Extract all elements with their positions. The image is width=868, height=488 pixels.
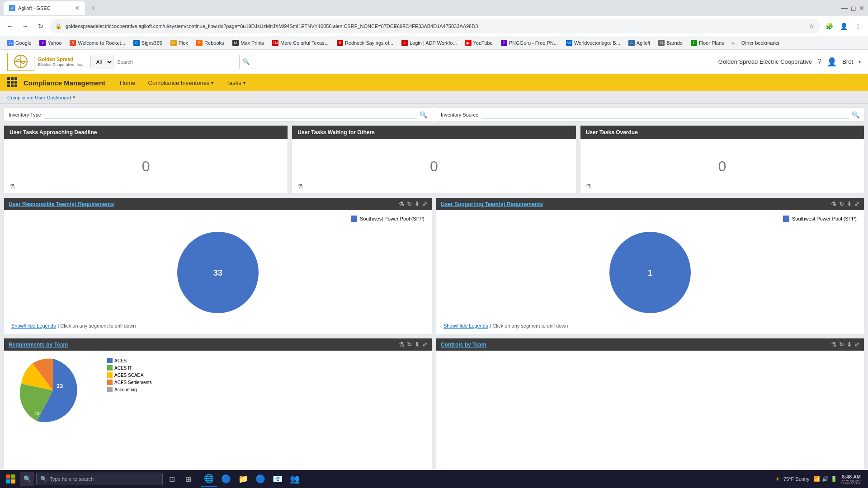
- taskbar-task-view-button[interactable]: ⊡: [165, 472, 179, 486]
- nav-compliance-inventories[interactable]: Compliance Inventories ▾: [143, 78, 219, 88]
- close-button[interactable]: ✕: [859, 5, 864, 12]
- bookmark-barndo[interactable]: B Barndo: [655, 39, 686, 47]
- bookmark-rocket[interactable]: R Welcome to Rocket...: [66, 39, 128, 47]
- requirements-pie-chart[interactable]: 33 13: [8, 354, 98, 427]
- taskbar-taskbar-icon[interactable]: ⊞: [181, 472, 195, 486]
- chart-responsible-team-title[interactable]: User Responsible Team(s) Requirements: [9, 201, 114, 207]
- taskbar-outlook-icon[interactable]: 📧: [269, 471, 286, 487]
- bookmark-redneck[interactable]: R Redneck Sayings of...: [333, 39, 397, 47]
- search-input[interactable]: [113, 55, 239, 69]
- reload-button[interactable]: ↻: [34, 20, 47, 33]
- nav-home[interactable]: Home: [114, 78, 141, 88]
- search-type-select[interactable]: All: [91, 55, 113, 69]
- req-filter-icon[interactable]: ⚗: [399, 341, 404, 348]
- task-panel-overdue-title: User Tasks Overdue: [586, 129, 638, 136]
- inventory-source-search-icon[interactable]: 🔍: [852, 111, 859, 118]
- bookmark-pngguru[interactable]: P PNGGuru - Free PN...: [497, 39, 561, 47]
- bookmark-signs365[interactable]: S Signs365: [130, 39, 166, 47]
- responsible-filter-icon[interactable]: ⚗: [399, 201, 404, 207]
- plex-favicon: P: [170, 40, 177, 46]
- volume-icon[interactable]: 🔊: [822, 476, 829, 482]
- bookmark-other[interactable]: Other bookmarks: [738, 39, 783, 47]
- responsible-show-legends-link[interactable]: Show/Hide Legends: [11, 323, 56, 328]
- controls-by-team-title[interactable]: Controls by Team: [441, 342, 486, 348]
- accounting-legend-color: [107, 387, 113, 392]
- supporting-refresh-icon[interactable]: ↻: [839, 201, 844, 207]
- system-tray: ☀ 75°F Sunny 📶 🔊 🔋 8:48 AM 7/22/2022: [775, 474, 864, 484]
- active-tab[interactable]: A Agiloft - GSEC ✕: [4, 1, 85, 15]
- nav-tasks[interactable]: Tasks ▾: [221, 78, 250, 88]
- ctrl-download-icon[interactable]: ⬇: [847, 341, 852, 348]
- breadcrumb-link[interactable]: Compliance User Dashboard: [7, 95, 71, 100]
- responsible-pie-chart[interactable]: 33: [164, 227, 272, 318]
- user-chevron-icon[interactable]: ▾: [859, 59, 861, 64]
- supporting-expand-icon[interactable]: ⤢: [854, 201, 859, 207]
- taskbar-teams-icon[interactable]: 👥: [287, 471, 303, 487]
- minimize-button[interactable]: —: [841, 4, 848, 12]
- bookmark-plex[interactable]: P Plex: [167, 39, 192, 47]
- requirements-legend: ACES ACES IT ACES SCADA ACES Settlements: [104, 354, 156, 480]
- supporting-pie-chart[interactable]: 1: [596, 227, 704, 318]
- svg-rect-12: [11, 479, 15, 483]
- ctrl-expand-icon[interactable]: ⤢: [854, 341, 859, 348]
- supporting-drill-down-text: | Click on any segment to drill down: [490, 323, 568, 328]
- responsible-download-icon[interactable]: ⬇: [415, 201, 420, 207]
- inventory-source-input[interactable]: [481, 111, 849, 118]
- bookmark-agiloft[interactable]: A Agiloft: [625, 39, 654, 47]
- controls-by-team-header: Controls by Team ⚗ ↻ ⬇ ⤢: [436, 338, 864, 351]
- taskbar-file-explorer-icon[interactable]: 📁: [235, 471, 251, 487]
- bookmark-icon[interactable]: ☆: [809, 23, 815, 30]
- user-name[interactable]: Bret: [842, 58, 853, 65]
- taskbar-cortana-icon[interactable]: 🔵: [218, 471, 234, 487]
- bookmark-yahoo[interactable]: Y Yahoo: [36, 39, 65, 47]
- bookmark-maxprints[interactable]: M Max Prints: [229, 39, 268, 47]
- chart-supporting-team-title[interactable]: User Supporting Team(s) Requirements: [441, 201, 543, 207]
- responsible-refresh-icon[interactable]: ↻: [407, 201, 412, 207]
- task-overdue-filter-icon[interactable]: ⚗: [586, 183, 592, 190]
- restore-button[interactable]: ◻: [851, 5, 856, 12]
- help-button[interactable]: ?: [817, 58, 821, 66]
- start-button[interactable]: [4, 472, 18, 486]
- inventory-type-search-icon[interactable]: 🔍: [420, 111, 427, 118]
- new-tab-button[interactable]: +: [87, 2, 99, 14]
- profile-button[interactable]: 👤: [837, 20, 850, 33]
- extensions-button[interactable]: 🧩: [823, 20, 835, 33]
- grid-menu-icon[interactable]: [7, 77, 18, 88]
- clock[interactable]: 8:48 AM 7/22/2022: [841, 474, 861, 484]
- tab-close-button[interactable]: ✕: [75, 5, 80, 11]
- more-bookmarks-button[interactable]: »: [729, 39, 737, 47]
- bookmark-adp[interactable]: A Login | ADP Workfo...: [398, 39, 461, 47]
- ctrl-filter-icon[interactable]: ⚗: [831, 341, 836, 348]
- more-button[interactable]: ⋮: [852, 20, 864, 33]
- task-waiting-filter-icon[interactable]: ⚗: [297, 183, 303, 190]
- req-refresh-icon[interactable]: ↻: [407, 341, 412, 348]
- taskbar-search-field[interactable]: 🔍 Type here to search: [36, 473, 163, 485]
- taskbar-chrome-icon[interactable]: 🔵: [252, 471, 269, 487]
- forward-button[interactable]: →: [19, 20, 32, 33]
- req-expand-icon[interactable]: ⤢: [422, 341, 427, 348]
- network-icon[interactable]: 📶: [813, 476, 820, 482]
- responsible-expand-icon[interactable]: ⤢: [422, 201, 427, 207]
- supporting-filter-icon[interactable]: ⚗: [831, 201, 836, 207]
- ctrl-refresh-icon[interactable]: ↻: [839, 341, 844, 348]
- back-button[interactable]: ←: [4, 20, 16, 33]
- user-avatar-icon[interactable]: 👤: [827, 57, 837, 67]
- battery-icon[interactable]: 🔋: [830, 476, 837, 482]
- req-download-icon[interactable]: ⬇: [415, 341, 420, 348]
- bookmark-floorplans[interactable]: F Floor Plans: [687, 39, 728, 47]
- taskbar-search-button[interactable]: 🔍: [20, 472, 34, 486]
- inventory-type-input[interactable]: [44, 111, 417, 118]
- address-bar[interactable]: 🔒 goldenspreadelectriccooperative.agilof…: [50, 19, 820, 33]
- bookmark-worldvector[interactable]: W Worldvectorlogo: B...: [562, 39, 624, 47]
- bookmark-moretexas[interactable]: TM More Colorful Texas...: [269, 39, 332, 47]
- supporting-show-legends-link[interactable]: Show/Hide Legends: [443, 323, 488, 328]
- bookmark-youtube[interactable]: ▶ YouTube: [462, 39, 496, 47]
- breadcrumb-dropdown-icon[interactable]: ▾: [73, 94, 75, 100]
- task-approaching-filter-icon[interactable]: ⚗: [9, 183, 15, 190]
- bookmark-rebooku[interactable]: R Rebooku: [193, 39, 228, 47]
- bookmark-google[interactable]: G Google: [4, 39, 35, 47]
- taskbar-edge-icon[interactable]: 🌐: [201, 471, 217, 487]
- search-button[interactable]: 🔍: [239, 55, 253, 69]
- requirements-by-team-title[interactable]: Requirements by Team: [9, 342, 68, 348]
- supporting-download-icon[interactable]: ⬇: [847, 201, 852, 207]
